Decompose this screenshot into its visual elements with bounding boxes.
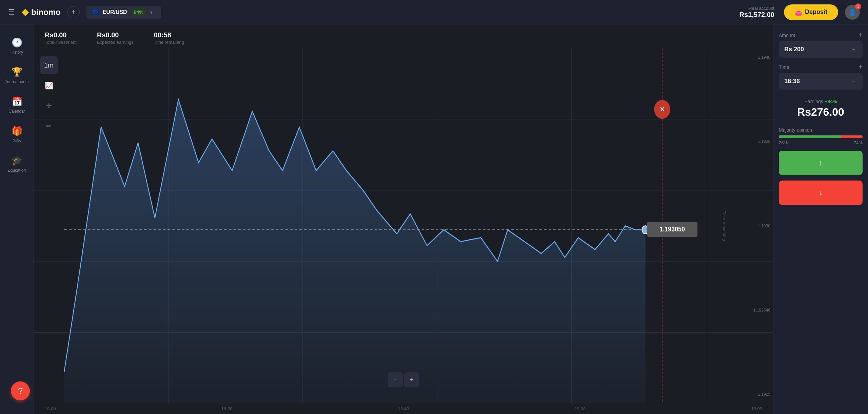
sidebar-item-label-gifts: Gifts bbox=[13, 138, 21, 143]
time-label: Time bbox=[779, 64, 789, 70]
time-axis: 18:00 18:20 18:40 19:00 19:09 bbox=[34, 403, 773, 414]
menu-icon[interactable]: ☰ bbox=[8, 8, 15, 17]
time-add-button[interactable]: + bbox=[859, 63, 863, 71]
add-tab-button[interactable]: + bbox=[67, 6, 80, 18]
logo-text: binomo bbox=[31, 7, 61, 17]
expected-earnings-value: Rs0.00 bbox=[97, 31, 134, 39]
zoom-controls: − + bbox=[388, 372, 419, 387]
account-value: Rs1,572.00 bbox=[739, 11, 774, 19]
sidebar: 🕐 History 🏆 Tournaments 📅 Calendar 🎁 Gif… bbox=[0, 24, 34, 414]
sidebar-item-label-calendar: Calendar bbox=[8, 109, 25, 114]
chevron-down-icon: ▾ bbox=[150, 10, 153, 15]
time-label-1: 18:20 bbox=[221, 406, 233, 411]
majority-pcts: 26% 74% bbox=[779, 140, 863, 145]
sidebar-item-gifts[interactable]: 🎁 Gifts bbox=[2, 121, 32, 148]
drawing-button[interactable]: ✛ bbox=[40, 97, 58, 115]
sidebar-item-history[interactable]: 🕐 History bbox=[2, 33, 32, 59]
time-remaining-block: 00:58 Time remaining bbox=[154, 31, 184, 45]
real-account-block: Real account Rs1,572.00 bbox=[739, 6, 774, 19]
earnings-label: Earnings bbox=[805, 99, 823, 104]
majority-bar bbox=[779, 135, 863, 138]
notification-badge: 1 bbox=[855, 3, 861, 10]
pair-name: EUR/USD bbox=[103, 9, 127, 15]
sidebar-item-label-education: Education bbox=[8, 168, 26, 173]
pencil-icon: ✏ bbox=[46, 122, 52, 130]
amount-control: Rs 200 − bbox=[779, 41, 863, 58]
line-chart-icon: 📈 bbox=[45, 81, 53, 90]
time-field: Time + 18:36 − bbox=[779, 63, 863, 90]
price-tag-text: 1.193050 bbox=[660, 225, 685, 233]
deposit-button[interactable]: 👛 Deposit bbox=[784, 4, 838, 20]
time-label-2: 18:40 bbox=[398, 406, 409, 411]
account-label: Real account bbox=[739, 6, 774, 11]
chart-area: Rs0.00 Total investment Rs0.00 Expected … bbox=[34, 24, 773, 414]
amount-add-button[interactable]: + bbox=[859, 31, 863, 39]
earnings-section: Earnings +84% Rs276.00 bbox=[779, 95, 863, 122]
arrow-down-icon: ↓ bbox=[819, 188, 823, 197]
sidebar-item-label-history: History bbox=[11, 50, 23, 55]
avatar[interactable]: 👤 1 bbox=[845, 5, 860, 20]
trade-up-button[interactable]: ↑ bbox=[779, 151, 863, 175]
chart-header: Rs0.00 Total investment Rs0.00 Expected … bbox=[34, 24, 773, 48]
majority-down-pct: 26% bbox=[779, 140, 788, 145]
sidebar-item-tournaments[interactable]: 🏆 Tournaments bbox=[2, 62, 32, 89]
time-label-0: 18:00 bbox=[45, 406, 56, 411]
pencil-button[interactable]: ✏ bbox=[40, 117, 58, 135]
majority-section: Majority opinion 26% 74% bbox=[779, 127, 863, 145]
price-1: 1.1940 bbox=[745, 55, 770, 60]
chart-type-button[interactable]: 📈 bbox=[40, 77, 58, 94]
total-investment-value: Rs0.00 bbox=[45, 31, 77, 39]
cancel-marker-icon: ✕ bbox=[659, 105, 665, 114]
timeframe-button[interactable]: 1m bbox=[40, 56, 58, 74]
main-layout: 🕐 History 🏆 Tournaments 📅 Calendar 🎁 Gif… bbox=[0, 24, 868, 414]
chart-container[interactable]: 1m 📈 ✛ ✏ bbox=[34, 48, 773, 403]
amount-label: Amount bbox=[779, 33, 795, 38]
crosshair-icon: ✛ bbox=[46, 102, 52, 110]
majority-up-pct: 74% bbox=[854, 140, 863, 145]
zoom-out-button[interactable]: − bbox=[388, 372, 403, 387]
amount-field: Amount + Rs 200 − bbox=[779, 31, 863, 58]
zoom-in-button[interactable]: + bbox=[404, 372, 419, 387]
right-panel: Amount + Rs 200 − Time + 18:36 − Earning… bbox=[773, 24, 868, 414]
time-label-4: 19:09 bbox=[751, 406, 762, 411]
chart-left-toolbar: 1m 📈 ✛ ✏ bbox=[34, 48, 64, 403]
topnav: ☰ ◆ binomo + 🇪🇺 EUR/USD 84% ▾ Real accou… bbox=[0, 0, 868, 24]
arrow-up-icon: ↑ bbox=[819, 158, 823, 167]
help-button[interactable]: ? bbox=[11, 381, 30, 400]
gifts-icon: 🎁 bbox=[12, 126, 22, 136]
pair-selector[interactable]: 🇪🇺 EUR/USD 84% ▾ bbox=[86, 6, 161, 19]
education-icon: 🎓 bbox=[12, 155, 22, 166]
tournaments-icon: 🏆 bbox=[12, 67, 22, 77]
earnings-value: Rs276.00 bbox=[779, 106, 863, 118]
logo-icon: ◆ bbox=[22, 7, 28, 17]
eur-flag-icon: 🇪🇺 bbox=[92, 8, 99, 16]
time-remaining-chart-label: Time remaining bbox=[722, 211, 726, 241]
history-icon: 🕐 bbox=[12, 37, 22, 48]
total-investment-label: Total investment bbox=[45, 40, 77, 45]
avatar-icon: 👤 bbox=[849, 8, 856, 16]
calendar-icon: 📅 bbox=[12, 96, 22, 107]
amount-value: Rs 200 bbox=[784, 46, 804, 53]
trade-down-button[interactable]: ↓ bbox=[779, 181, 863, 205]
total-investment-block: Rs0.00 Total investment bbox=[45, 31, 77, 45]
expected-earnings-label: Expected earnings bbox=[97, 40, 134, 45]
wallet-icon: 👛 bbox=[795, 8, 802, 16]
logo: ◆ binomo bbox=[22, 7, 61, 17]
time-control: 18:36 − bbox=[779, 73, 863, 90]
pair-pct: 84% bbox=[131, 8, 147, 16]
time-value: 18:36 bbox=[784, 78, 800, 85]
price-axis: 1.1940 1.1935 1.1930 1.192646 1.1925 bbox=[743, 48, 773, 403]
price-2: 1.1935 bbox=[745, 139, 770, 144]
sidebar-item-label-tournaments: Tournaments bbox=[5, 79, 28, 84]
time-minus-button[interactable]: − bbox=[849, 77, 857, 86]
majority-bar-down bbox=[841, 135, 863, 138]
sidebar-item-calendar[interactable]: 📅 Calendar bbox=[2, 92, 32, 118]
time-remaining-label: Time remaining bbox=[154, 40, 184, 45]
time-label-3: 19:00 bbox=[575, 406, 586, 411]
earnings-pct: +84% bbox=[825, 99, 837, 104]
majority-label: Majority opinion bbox=[779, 127, 863, 133]
sidebar-item-education[interactable]: 🎓 Education bbox=[2, 151, 32, 177]
amount-minus-button[interactable]: − bbox=[849, 45, 857, 54]
price-5: 1.1925 bbox=[745, 392, 770, 397]
expected-earnings-block: Rs0.00 Expected earnings bbox=[97, 31, 134, 45]
